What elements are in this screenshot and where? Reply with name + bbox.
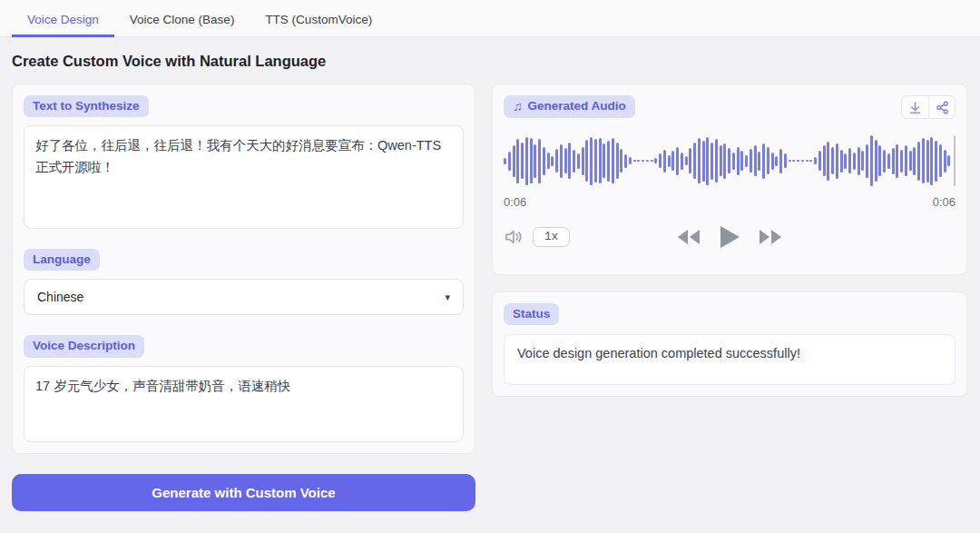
tab-tts-customvoice[interactable]: TTS (CustomVoice) [250,2,387,37]
waveform-bar [654,158,657,163]
waveform-bar [508,152,511,171]
generate-custom-voice-button[interactable]: Generate with Custom Voice [12,474,475,511]
waveform-bar [779,149,782,173]
download-icon[interactable] [902,96,928,118]
text-to-synthesize-input[interactable]: 好了各位，往后退，往后退！我有个天大的好消息要宣布：Qwen-TTS 正式开源啦… [24,125,464,229]
waveform-bar [568,143,571,179]
waveform-bar [668,155,671,167]
waveform-bar [905,145,907,176]
waveform-bar [538,139,541,183]
waveform-bar [663,150,666,173]
waveform-bar [543,147,545,175]
waveform-bar [858,147,860,175]
output-column: ♫ Generated Audio [492,84,967,397]
language-selected-value: Chinese [37,290,83,304]
tab-voice-design[interactable]: Voice Design [12,2,114,37]
waveform-bar [564,148,567,173]
voice-description-label: Voice Description [24,335,144,357]
waveform-bar [853,153,856,170]
waveform-bar [750,149,752,173]
waveform-bar [551,156,554,166]
waveform-bar [689,148,691,173]
waveform-bar [870,135,873,186]
waveform-bar [629,157,632,164]
text-to-synthesize-label: Text to Synthesize [24,95,149,117]
waveform-bar [823,145,826,176]
waveform-bar [516,139,519,183]
waveform-bar [612,138,614,183]
waveform-bar [827,142,829,181]
waveform-bar [513,145,515,177]
audio-actions [901,95,956,119]
waveform-bar [560,144,563,178]
waveform-bar [693,143,696,179]
play-icon[interactable] [719,225,740,249]
waveform-bar [607,141,610,182]
waveform-bar [896,144,898,178]
waveform-bar [775,156,778,166]
rewind-icon[interactable] [677,229,701,245]
waveform-bar [594,139,597,183]
waveform-bar [525,137,528,185]
voice-description-input[interactable]: 17 岁元气少女，声音清甜带奶音，语速稍快 [24,366,464,442]
language-select[interactable]: Chinese ▾ [24,279,464,315]
waveform-bar [930,137,933,185]
waveform-bar [676,147,679,175]
waveform-bar [723,143,726,179]
waveform-bar [710,143,713,180]
waveform-bar [771,153,774,170]
status-label: Status [504,303,559,325]
waveform-bar [582,147,584,175]
waveform-bar [762,143,765,179]
waveform-bar [720,145,722,176]
input-column: Text to Synthesize 好了各位，往后退，往后退！我有个天大的好消… [12,84,475,511]
waveform-bar [728,148,730,173]
waveform-bar [939,144,942,177]
waveform-bar [577,153,580,169]
music-note-icon: ♫ [513,99,523,114]
waveform-bar [900,150,903,173]
volume-icon[interactable] [504,229,524,245]
waveform-bar [530,138,533,183]
total-time: 0:06 [933,195,956,209]
waveform-bar [555,149,558,173]
waveform-bar [836,143,838,179]
waveform-cursor[interactable] [954,135,956,186]
audio-waveform[interactable] [504,133,956,188]
waveform-bar [547,153,550,169]
status-message: Voice design generation completed succes… [504,334,956,385]
fast-forward-icon[interactable] [759,229,782,245]
status-card: Status Voice design generation completed… [492,291,967,397]
waveform-bar [620,149,622,173]
waveform-bar [603,143,605,178]
waveform-bar [745,155,748,167]
waveform-bar [715,139,718,183]
waveform-bar [818,151,821,171]
waveform-bar [706,137,709,185]
waveform-bar [784,153,787,168]
waveform-bar [935,141,937,182]
waveform-bar [698,138,701,183]
waveform-bar [534,144,536,178]
share-icon[interactable] [928,96,955,118]
waveform-bar [732,153,735,170]
waveform-bar [814,157,817,164]
waveform-bar [840,150,843,173]
playback-speed-button[interactable]: 1x [533,227,570,247]
waveform-bar [681,153,683,170]
waveform-bar [947,155,950,166]
waveform-bar [573,150,575,173]
main-content: Text to Synthesize 好了各位，往后退，往后退！我有个天大的好消… [0,84,980,511]
waveform-bar [637,160,640,162]
waveform-bar [944,150,946,173]
waveform-bar [922,138,925,183]
language-label: Language [24,249,100,271]
waveform-bar [848,148,851,173]
waveform-bar [831,147,834,174]
waveform-bar [909,151,912,171]
waveform-bar [806,160,808,162]
waveform-bar [737,147,740,175]
waveform-bar [740,151,743,171]
waveform-bar [590,137,593,185]
tab-voice-clone-base[interactable]: Voice Clone (Base) [114,2,250,37]
